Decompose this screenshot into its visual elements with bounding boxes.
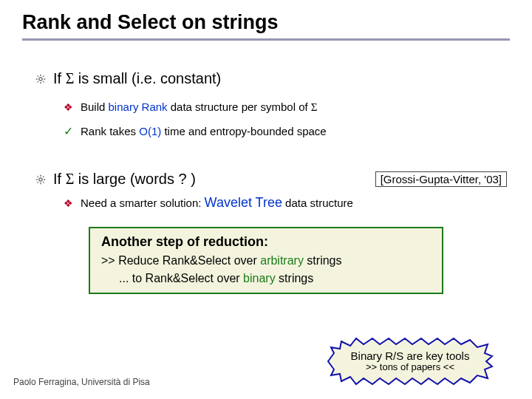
point-small-sigma: If Σ is small (i.e. constant) xyxy=(35,70,510,87)
svg-line-6 xyxy=(43,81,44,82)
s1b-a: Rank takes xyxy=(81,125,139,137)
check-icon: ✓ xyxy=(64,124,73,138)
svg-line-5 xyxy=(37,75,38,77)
p1-sigma: Σ xyxy=(66,70,75,86)
sub-build-binary: ❖ Build binary Rank data structure per s… xyxy=(64,100,510,114)
footer-author: Paolo Ferragina, Università di Pisa xyxy=(13,377,150,387)
box-line2: ... to Rank&Select over binary strings xyxy=(119,272,431,285)
reduction-box: Another step of reduction: >> Reduce Ran… xyxy=(89,227,443,294)
svg-line-16 xyxy=(37,181,38,183)
box-l2a: ... to Rank&Select over xyxy=(119,272,243,284)
sub-rank-o1: ✓ Rank takes O(1) time and entropy-bound… xyxy=(64,124,510,138)
box-line1: >> Reduce Rank&Select over arbitrary str… xyxy=(101,254,431,267)
box-l1c: strings xyxy=(304,254,342,267)
citation-box: [Grossi-Gupta-Vitter, '03] xyxy=(375,171,507,187)
svg-line-14 xyxy=(37,176,38,177)
p2-sigma: Σ xyxy=(66,171,75,187)
s1a-sigma: Σ xyxy=(311,101,318,113)
burst-line2: >> tons of papers << xyxy=(366,362,454,373)
s2-c: data structure xyxy=(282,197,353,209)
point-large-sigma: If Σ is large (words ? ) xyxy=(35,171,375,188)
s1b-b: O(1) xyxy=(139,125,161,137)
box-l2b: binary xyxy=(243,272,276,284)
p2-prefix: If xyxy=(53,171,66,187)
p2-suffix: is large (words ? ) xyxy=(74,171,196,187)
starburst-callout: Binary R/S are key tools >> tons of pape… xyxy=(325,337,495,386)
s1b-c: time and entropy-bounded space xyxy=(161,125,326,137)
s2-a: Need a smarter solution: xyxy=(81,197,205,209)
burst-line1: Binary R/S are key tools xyxy=(351,349,470,362)
s1a-a: Build xyxy=(81,100,109,113)
slide-title: Rank and Select on strings xyxy=(22,11,510,41)
box-l2c: strings xyxy=(276,272,314,284)
svg-line-15 xyxy=(43,181,44,183)
svg-line-17 xyxy=(43,176,44,177)
svg-point-0 xyxy=(39,77,42,80)
box-title: Another step of reduction: xyxy=(101,234,431,250)
s1a-b: binary Rank xyxy=(109,100,168,113)
diamond-icon: ❖ xyxy=(64,197,73,209)
s1a-c: data structure per symbol of xyxy=(168,100,311,113)
svg-line-7 xyxy=(37,81,38,82)
box-l1b: arbitrary xyxy=(260,254,304,267)
svg-point-9 xyxy=(39,177,42,180)
svg-line-8 xyxy=(43,75,44,77)
gear-icon xyxy=(35,74,46,84)
p1-suffix: is small (i.e. constant) xyxy=(74,70,221,86)
box-l1a: >> Reduce Rank&Select over xyxy=(101,254,260,267)
p1-prefix: If xyxy=(53,70,66,86)
sub-wavelet: ❖ Need a smarter solution: Wavelet Tree … xyxy=(64,195,510,211)
gear-icon xyxy=(35,174,46,185)
s2-b: Wavelet Tree xyxy=(205,195,282,210)
diamond-icon: ❖ xyxy=(64,101,73,113)
